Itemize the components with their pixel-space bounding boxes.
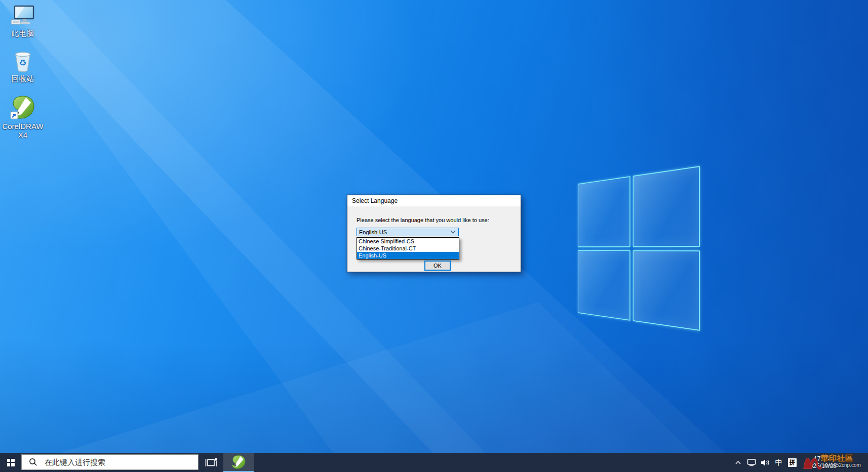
windows-logo-pane xyxy=(578,250,630,321)
dropdown-option-selected[interactable]: English-US xyxy=(357,252,459,259)
recycle-bin-icon: ♻ xyxy=(12,49,33,73)
volume-icon xyxy=(761,459,770,466)
ok-button[interactable]: OK xyxy=(424,261,451,271)
select-language-dialog: Select Language Please select the langua… xyxy=(347,195,521,272)
taskbar: 中 拼 17:34 2025/10/28 xyxy=(0,453,868,472)
windows-logo-pane xyxy=(633,166,700,247)
hidden-icons-button[interactable] xyxy=(733,453,742,472)
taskbar-clock[interactable]: 17:34 2025/10/28 xyxy=(801,455,842,469)
dropdown-option[interactable]: Chinese Simplified-CS xyxy=(357,238,459,245)
network-tray-button[interactable] xyxy=(747,453,756,472)
ime-language-indicator[interactable]: 中 xyxy=(774,453,783,472)
search-icon xyxy=(29,458,37,466)
coreldraw-icon xyxy=(10,96,35,120)
system-tray: 中 拼 17:34 2025/10/28 xyxy=(733,453,842,472)
this-pc-icon xyxy=(11,3,35,27)
desktop-icon-label: CorelDRAW X4 xyxy=(2,122,44,139)
coreldraw-taskbar-icon xyxy=(231,455,246,470)
svg-text:♻: ♻ xyxy=(19,58,26,68)
ime-mode-indicator[interactable]: 拼 xyxy=(788,458,797,467)
clock-date: 2025/10/28 xyxy=(801,462,842,469)
language-combobox[interactable]: English-US xyxy=(357,228,459,236)
volume-tray-button[interactable] xyxy=(761,453,770,472)
windows-logo-pane xyxy=(578,176,630,247)
desktop-icon-label: 回收站 xyxy=(12,74,34,83)
combobox-value: English-US xyxy=(357,229,450,235)
chevron-down-icon xyxy=(450,230,456,234)
task-view-button[interactable] xyxy=(200,453,223,472)
desktop-icon-label: 此电脑 xyxy=(12,29,34,37)
start-button[interactable] xyxy=(0,453,21,472)
dropdown-option[interactable]: Chinese-Traditional-CT xyxy=(357,245,459,252)
clock-time: 17:34 xyxy=(801,455,842,462)
chevron-up-icon xyxy=(735,460,741,465)
desktop-icon-recycle-bin[interactable]: ♻ 回收站 xyxy=(2,49,44,83)
language-dropdown-list: Chinese Simplified-CS Chinese-Traditiona… xyxy=(357,237,459,260)
taskbar-search[interactable] xyxy=(21,454,199,470)
dialog-title: Select Language xyxy=(347,197,398,204)
desktop-icon-coreldraw[interactable]: CorelDRAW X4 xyxy=(2,96,44,139)
windows-logo-wallpaper xyxy=(578,166,700,331)
dialog-titlebar[interactable]: Select Language xyxy=(347,195,521,206)
windows-start-icon xyxy=(7,459,15,466)
language-prompt-label: Please select the language that you woul… xyxy=(357,217,489,223)
desktop-icon-this-pc[interactable]: 此电脑 xyxy=(2,3,44,37)
windows-logo-pane xyxy=(633,250,700,331)
network-icon xyxy=(747,458,756,466)
search-input[interactable] xyxy=(44,457,198,467)
screen: 此电脑 ♻ 回收站 xyxy=(0,0,868,472)
task-view-icon xyxy=(205,457,217,467)
taskbar-app-coreldraw[interactable] xyxy=(223,453,254,472)
